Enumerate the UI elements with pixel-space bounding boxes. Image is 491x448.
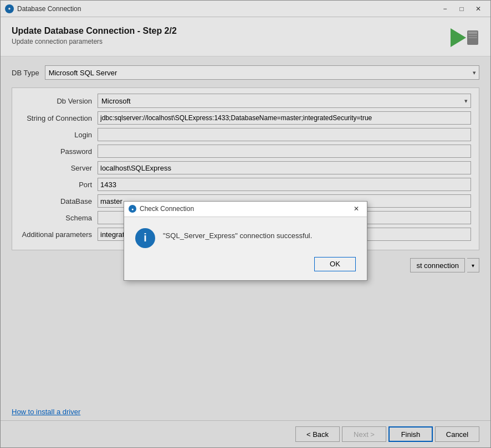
modal-app-icon: ● <box>129 205 136 213</box>
modal-footer: OK <box>124 257 367 280</box>
modal-message: "SQL_Server_Express" connection successf… <box>163 228 312 240</box>
modal-title-left: ● Check Connection <box>129 205 194 213</box>
check-connection-dialog: ● Check Connection ✕ i "SQL_Server_Expre… <box>124 201 367 281</box>
modal-title-bar: ● Check Connection ✕ <box>124 202 367 217</box>
modal-body: i "SQL_Server_Express" connection succes… <box>124 217 367 257</box>
modal-close-button[interactable]: ✕ <box>350 204 362 214</box>
modal-title: Check Connection <box>140 205 194 213</box>
modal-ok-button[interactable]: OK <box>314 257 356 271</box>
info-icon: i <box>135 228 155 248</box>
modal-overlay: ● Check Connection ✕ i "SQL_Server_Expre… <box>0 0 491 448</box>
